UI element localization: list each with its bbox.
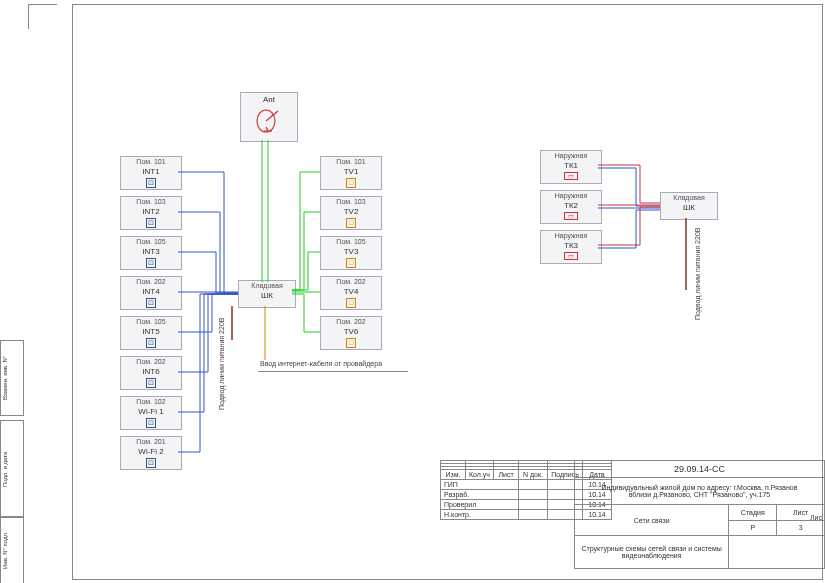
- antenna-label: Ant: [243, 95, 295, 105]
- tv-box-5: Пом. 202TV6□: [320, 316, 382, 350]
- crop-mark: [28, 4, 57, 29]
- h-listov: Лис: [810, 514, 822, 521]
- socket-icon: ⊡: [146, 178, 156, 188]
- socket-icon: ⊡: [146, 378, 156, 388]
- tv-socket-icon: □: [346, 178, 356, 188]
- tv-socket-icon: □: [346, 218, 356, 228]
- socket-icon: ⊡: [146, 338, 156, 348]
- int-box-2: Пом. 103INT2⊡: [120, 196, 182, 230]
- socket-icon: ⊡: [146, 418, 156, 428]
- side-stamp-2: Подп. и дата: [0, 420, 24, 518]
- tv-box-1: Пом. 101TV1□: [320, 156, 382, 190]
- socket-icon: ⊡: [146, 258, 156, 268]
- cabinet1-box: КладоваяШК: [238, 280, 296, 308]
- tv-box-3: Пом. 105TV3□: [320, 236, 382, 270]
- wifi-box-1: Пом. 102Wi-Fi 1⊡: [120, 396, 182, 430]
- satellite-dish-icon: [254, 107, 284, 135]
- int-box-6: Пом. 202INT6⊡: [120, 356, 182, 390]
- inet-line: [258, 371, 408, 372]
- antenna-box: Ant: [240, 92, 298, 142]
- tv-box-2: Пом. 103TV2□: [320, 196, 382, 230]
- socket-icon: ⊡: [146, 458, 156, 468]
- camera-icon: ▭: [564, 252, 578, 260]
- camera-icon: ▭: [564, 212, 578, 220]
- int-box-1: Пом. 101INT1⊡: [120, 156, 182, 190]
- int-box-4: Пом. 202INT4⊡: [120, 276, 182, 310]
- side-stamp-3: Инв. N° подл.: [0, 516, 24, 583]
- socket-icon: ⊡: [146, 298, 156, 308]
- side-stamp-1: Взамен. инв. N°: [0, 340, 24, 416]
- tv-socket-icon: □: [346, 258, 356, 268]
- int-box-3: Пом. 105INT3⊡: [120, 236, 182, 270]
- power-label-1: Подвод линии питания 220В: [218, 300, 225, 410]
- tv-box-4: Пом. 202TV4□: [320, 276, 382, 310]
- camera-icon: ▭: [564, 172, 578, 180]
- socket-icon: ⊡: [146, 218, 156, 228]
- int-box-5: Пом. 105INT5⊡: [120, 316, 182, 350]
- cam-box-2: НаружнаяТК2▭: [540, 190, 602, 224]
- internet-label: Ввод интернет-кабеля от провайдера: [260, 360, 382, 367]
- wifi-box-2: Пом. 201Wi-Fi 2⊡: [120, 436, 182, 470]
- tv-socket-icon: □: [346, 298, 356, 308]
- cam-box-3: НаружнаяТК3▭: [540, 230, 602, 264]
- cam-box-1: НаружнаяТК1▭: [540, 150, 602, 184]
- cabinet2-box: КладоваяШК: [660, 192, 718, 220]
- power-label-2: Подвод линии питания 220В: [694, 210, 701, 320]
- titleblock-main: 29.09.14-СС Индивидуальный жилой дом по …: [574, 460, 825, 569]
- svg-line-3: [266, 127, 268, 131]
- tv-socket-icon: □: [346, 338, 356, 348]
